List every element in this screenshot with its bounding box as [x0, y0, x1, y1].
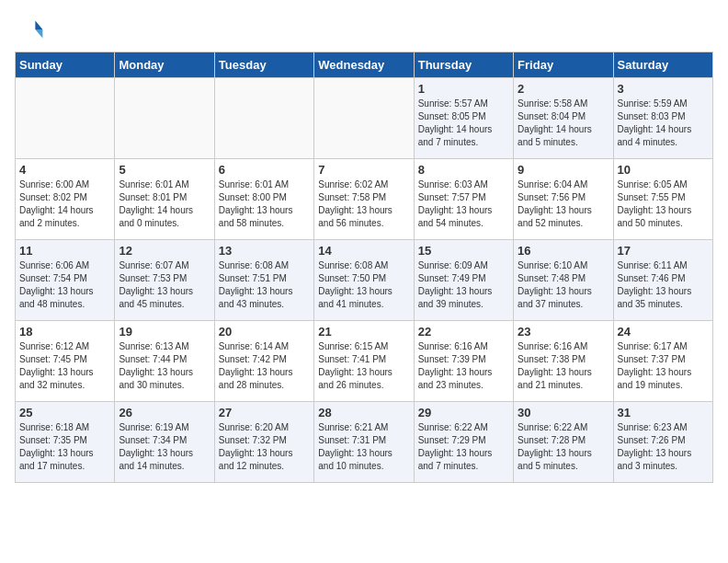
day-number: 25	[19, 406, 110, 419]
day-number: 28	[318, 406, 409, 419]
day-info: Sunrise: 6:15 AM Sunset: 7:41 PM Dayligh…	[318, 340, 409, 392]
calendar-cell: 23Sunrise: 6:16 AM Sunset: 7:38 PM Dayli…	[514, 321, 613, 402]
calendar-cell: 15Sunrise: 6:09 AM Sunset: 7:49 PM Dayli…	[414, 240, 513, 321]
day-number: 7	[318, 163, 409, 177]
day-info: Sunrise: 6:17 AM Sunset: 7:37 PM Dayligh…	[618, 340, 709, 392]
calendar-cell: 6Sunrise: 6:01 AM Sunset: 8:00 PM Daylig…	[214, 159, 313, 240]
day-number: 17	[618, 244, 709, 258]
day-info: Sunrise: 6:08 AM Sunset: 7:51 PM Dayligh…	[219, 259, 310, 311]
day-info: Sunrise: 6:16 AM Sunset: 7:38 PM Dayligh…	[518, 340, 609, 392]
day-info: Sunrise: 6:01 AM Sunset: 8:01 PM Dayligh…	[119, 178, 210, 230]
day-number: 19	[119, 325, 210, 339]
calendar-cell: 31Sunrise: 6:23 AM Sunset: 7:26 PM Dayli…	[613, 402, 712, 483]
header-monday: Monday	[115, 52, 214, 78]
day-info: Sunrise: 6:09 AM Sunset: 7:49 PM Dayligh…	[418, 259, 509, 311]
day-number: 20	[219, 325, 310, 339]
calendar-cell: 2Sunrise: 5:58 AM Sunset: 8:04 PM Daylig…	[514, 78, 613, 159]
day-number: 18	[19, 325, 110, 339]
day-number: 10	[618, 163, 709, 177]
day-number: 30	[518, 406, 609, 419]
day-number: 16	[518, 244, 609, 258]
calendar-cell: 9Sunrise: 6:04 AM Sunset: 7:56 PM Daylig…	[514, 159, 613, 240]
day-info: Sunrise: 6:21 AM Sunset: 7:31 PM Dayligh…	[318, 421, 409, 473]
calendar-cell: 19Sunrise: 6:13 AM Sunset: 7:44 PM Dayli…	[115, 321, 214, 402]
day-number: 14	[318, 244, 409, 258]
week-row-4: 18Sunrise: 6:12 AM Sunset: 7:45 PM Dayli…	[16, 321, 713, 402]
calendar-cell: 26Sunrise: 6:19 AM Sunset: 7:34 PM Dayli…	[115, 402, 214, 483]
day-info: Sunrise: 6:18 AM Sunset: 7:35 PM Dayligh…	[19, 421, 110, 473]
day-info: Sunrise: 6:08 AM Sunset: 7:50 PM Dayligh…	[318, 259, 409, 311]
day-info: Sunrise: 6:16 AM Sunset: 7:39 PM Dayligh…	[418, 340, 509, 392]
day-number: 21	[318, 325, 409, 339]
day-info: Sunrise: 6:11 AM Sunset: 7:46 PM Dayligh…	[618, 259, 709, 311]
calendar-cell: 16Sunrise: 6:10 AM Sunset: 7:48 PM Dayli…	[514, 240, 613, 321]
day-info: Sunrise: 6:14 AM Sunset: 7:42 PM Dayligh…	[219, 340, 310, 392]
day-info: Sunrise: 6:20 AM Sunset: 7:32 PM Dayligh…	[219, 421, 310, 473]
calendar-cell: 14Sunrise: 6:08 AM Sunset: 7:50 PM Dayli…	[314, 240, 414, 321]
day-number: 13	[219, 244, 310, 258]
day-number: 22	[418, 325, 509, 339]
day-number: 29	[418, 406, 509, 419]
logo	[15, 15, 48, 44]
day-number: 4	[19, 163, 110, 177]
day-info: Sunrise: 6:01 AM Sunset: 8:00 PM Dayligh…	[219, 178, 310, 230]
header	[15, 15, 713, 44]
day-info: Sunrise: 5:57 AM Sunset: 8:05 PM Dayligh…	[418, 98, 509, 149]
calendar-cell: 17Sunrise: 6:11 AM Sunset: 7:46 PM Dayli…	[613, 240, 712, 321]
calendar-cell: 12Sunrise: 6:07 AM Sunset: 7:53 PM Dayli…	[115, 240, 214, 321]
header-saturday: Saturday	[613, 52, 712, 78]
calendar-cell: 22Sunrise: 6:16 AM Sunset: 7:39 PM Dayli…	[414, 321, 513, 402]
day-number: 27	[219, 406, 310, 419]
header-thursday: Thursday	[414, 52, 513, 78]
calendar-cell: 4Sunrise: 6:00 AM Sunset: 8:02 PM Daylig…	[16, 159, 115, 240]
header-sunday: Sunday	[16, 52, 115, 78]
day-number: 8	[418, 163, 509, 177]
calendar-cell: 29Sunrise: 6:22 AM Sunset: 7:29 PM Dayli…	[414, 402, 513, 483]
day-info: Sunrise: 6:07 AM Sunset: 7:53 PM Dayligh…	[119, 259, 210, 311]
svg-marker-1	[35, 29, 42, 39]
calendar-cell: 27Sunrise: 6:20 AM Sunset: 7:32 PM Dayli…	[214, 402, 313, 483]
day-info: Sunrise: 6:05 AM Sunset: 7:55 PM Dayligh…	[618, 178, 709, 230]
header-wednesday: Wednesday	[314, 52, 414, 78]
day-number: 23	[518, 325, 609, 339]
day-info: Sunrise: 6:02 AM Sunset: 7:58 PM Dayligh…	[318, 178, 409, 230]
day-info: Sunrise: 6:13 AM Sunset: 7:44 PM Dayligh…	[119, 340, 210, 392]
day-number: 26	[119, 406, 210, 419]
day-info: Sunrise: 5:59 AM Sunset: 8:03 PM Dayligh…	[618, 98, 709, 149]
calendar-cell: 28Sunrise: 6:21 AM Sunset: 7:31 PM Dayli…	[314, 402, 414, 483]
week-row-5: 25Sunrise: 6:18 AM Sunset: 7:35 PM Dayli…	[16, 402, 713, 483]
day-info: Sunrise: 6:03 AM Sunset: 7:57 PM Dayligh…	[418, 178, 509, 230]
week-row-1: 1Sunrise: 5:57 AM Sunset: 8:05 PM Daylig…	[16, 78, 713, 159]
day-info: Sunrise: 6:23 AM Sunset: 7:26 PM Dayligh…	[618, 421, 709, 473]
week-row-2: 4Sunrise: 6:00 AM Sunset: 8:02 PM Daylig…	[16, 159, 713, 240]
day-number: 11	[19, 244, 110, 258]
header-friday: Friday	[514, 52, 613, 78]
calendar-cell: 21Sunrise: 6:15 AM Sunset: 7:41 PM Dayli…	[314, 321, 414, 402]
day-info: Sunrise: 6:12 AM Sunset: 7:45 PM Dayligh…	[19, 340, 110, 392]
calendar-cell: 18Sunrise: 6:12 AM Sunset: 7:45 PM Dayli…	[16, 321, 115, 402]
calendar-cell	[314, 78, 414, 159]
calendar: SundayMondayTuesdayWednesdayThursdayFrid…	[15, 52, 713, 483]
calendar-cell: 3Sunrise: 5:59 AM Sunset: 8:03 PM Daylig…	[613, 78, 712, 159]
header-tuesday: Tuesday	[214, 52, 313, 78]
calendar-cell: 5Sunrise: 6:01 AM Sunset: 8:01 PM Daylig…	[115, 159, 214, 240]
calendar-cell: 30Sunrise: 6:22 AM Sunset: 7:28 PM Dayli…	[514, 402, 613, 483]
day-info: Sunrise: 6:10 AM Sunset: 7:48 PM Dayligh…	[518, 259, 609, 311]
day-info: Sunrise: 6:22 AM Sunset: 7:28 PM Dayligh…	[518, 421, 609, 473]
calendar-cell: 13Sunrise: 6:08 AM Sunset: 7:51 PM Dayli…	[214, 240, 313, 321]
calendar-cell: 1Sunrise: 5:57 AM Sunset: 8:05 PM Daylig…	[414, 78, 513, 159]
calendar-cell: 7Sunrise: 6:02 AM Sunset: 7:58 PM Daylig…	[314, 159, 414, 240]
day-info: Sunrise: 6:19 AM Sunset: 7:34 PM Dayligh…	[119, 421, 210, 473]
day-number: 3	[618, 82, 709, 96]
calendar-cell	[115, 78, 214, 159]
calendar-cell: 11Sunrise: 6:06 AM Sunset: 7:54 PM Dayli…	[16, 240, 115, 321]
day-number: 31	[618, 406, 709, 419]
calendar-cell	[16, 78, 115, 159]
day-number: 24	[618, 325, 709, 339]
calendar-cell: 20Sunrise: 6:14 AM Sunset: 7:42 PM Dayli…	[214, 321, 313, 402]
day-number: 6	[219, 163, 310, 177]
week-row-3: 11Sunrise: 6:06 AM Sunset: 7:54 PM Dayli…	[16, 240, 713, 321]
day-number: 1	[418, 82, 509, 96]
calendar-cell: 24Sunrise: 6:17 AM Sunset: 7:37 PM Dayli…	[613, 321, 712, 402]
day-number: 2	[518, 82, 609, 96]
